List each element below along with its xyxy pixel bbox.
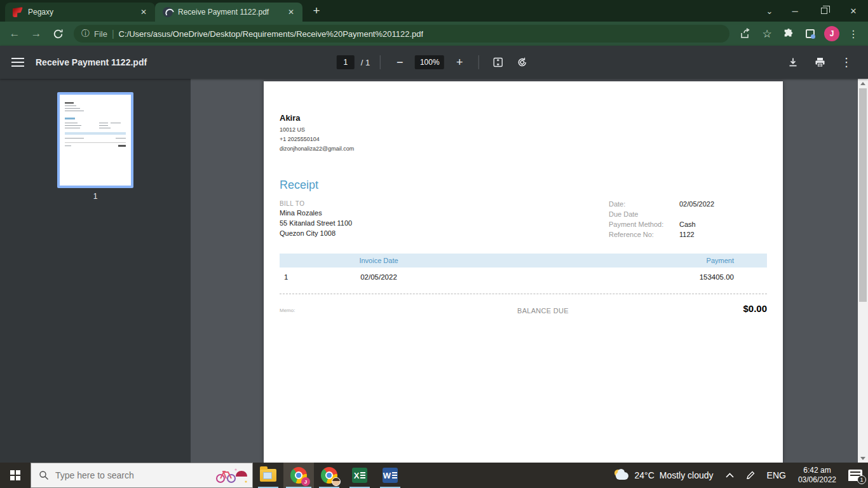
vertical-scrollbar[interactable] xyxy=(858,79,868,463)
business-phone: +1 2025550104 xyxy=(280,136,320,142)
word-icon: W xyxy=(383,468,398,483)
zoom-in-icon[interactable]: + xyxy=(451,53,468,71)
balance-due-label: BALANCE DUE xyxy=(517,307,569,315)
payments-table: Invoice Date Payment 1 02/05/2022 153405… xyxy=(280,254,767,287)
side-panel-icon[interactable] xyxy=(801,24,820,43)
taskbar-chrome-profile-j[interactable]: J xyxy=(283,463,314,488)
print-icon[interactable] xyxy=(811,53,829,71)
memo-label: Memo: xyxy=(280,308,295,313)
extensions-puzzle-icon[interactable] xyxy=(779,24,798,43)
header-invoice-date: Invoice Date xyxy=(309,257,449,264)
url-text: C:/Users/asus/OneDrive/Desktop/Requireme… xyxy=(119,29,424,39)
url-scheme-label: File xyxy=(94,29,107,39)
restore-icon xyxy=(821,8,827,14)
restore-button[interactable] xyxy=(810,0,839,22)
pdf-document-title: Receive Payment 1122.pdf xyxy=(36,57,147,67)
meta-value-payment-method: Cash xyxy=(679,220,696,228)
bicycle-helmet-doodle-icon xyxy=(214,466,247,484)
taskbar-search[interactable] xyxy=(31,463,253,488)
tab-pegaxy[interactable]: Pegaxy ✕ xyxy=(5,3,155,22)
tab-search-chevron-icon[interactable]: ⌄ xyxy=(759,0,780,22)
notification-badge: 1 xyxy=(857,475,866,484)
pdf-favicon-icon xyxy=(163,7,173,17)
thumbnail-page-number: 1 xyxy=(57,192,133,201)
browser-menu-kebab-icon[interactable]: ⋮ xyxy=(844,24,863,43)
tab-title: Pegaxy xyxy=(28,8,133,17)
thumbnail-sidebar: 1 xyxy=(0,79,191,463)
tray-chevron-up-icon[interactable] xyxy=(720,463,740,488)
download-icon[interactable] xyxy=(784,53,802,71)
date-label: 03/06/2022 xyxy=(798,475,836,485)
scroll-down-icon[interactable] xyxy=(858,454,868,463)
profile-photo-badge xyxy=(332,477,341,486)
weather-temperature: 24°C xyxy=(635,470,654,480)
balance-due-value: $0.00 xyxy=(640,303,767,314)
toolbar-divider xyxy=(478,55,479,69)
fit-to-page-icon[interactable] xyxy=(489,53,507,71)
pdf-toolbar: Receive Payment 1122.pdf / 1 − 100% + ⋮ xyxy=(0,46,868,79)
minimize-button[interactable]: ─ xyxy=(780,0,810,22)
taskbar-file-explorer[interactable] xyxy=(253,463,283,488)
tab-receive-payment-pdf[interactable]: Receive Payment 1122.pdf ✕ xyxy=(155,3,302,22)
meta-label-due-date: Due Date xyxy=(609,210,638,218)
receipt-title: Receipt xyxy=(280,179,318,192)
pdf-menu-hamburger-icon[interactable] xyxy=(0,58,36,67)
taskbar-word[interactable]: W xyxy=(375,463,405,488)
pdf-page-zoom-controls: / 1 − 100% + xyxy=(337,53,531,71)
reload-icon[interactable] xyxy=(48,24,67,43)
taskbar-chrome-profile-photo[interactable] xyxy=(314,463,344,488)
tab-title: Receive Payment 1122.pdf xyxy=(178,8,281,17)
search-input[interactable] xyxy=(55,470,208,480)
scroll-up-icon[interactable] xyxy=(858,79,868,88)
taskbar-excel[interactable]: X xyxy=(344,463,375,488)
bookmark-star-icon[interactable]: ☆ xyxy=(757,24,776,43)
page-thumbnail[interactable] xyxy=(57,92,133,188)
dashed-divider xyxy=(280,294,767,294)
chrome-icon: J xyxy=(290,467,307,484)
back-icon[interactable]: ← xyxy=(5,24,24,43)
windows-ink-pen-icon[interactable] xyxy=(740,463,761,488)
windows-taskbar: J X W 24°C Mostly cloudy ENG 6:42 xyxy=(0,463,868,488)
toolbar-divider xyxy=(380,55,381,69)
chrome-icon xyxy=(321,467,337,484)
windows-logo-icon xyxy=(10,470,20,480)
profile-avatar[interactable]: J xyxy=(822,24,841,43)
time-label: 6:42 am xyxy=(803,466,831,475)
zoom-level-box[interactable]: 100% xyxy=(415,55,444,69)
weather-widget[interactable]: 24°C Mostly cloudy xyxy=(607,470,720,481)
business-name: Akira xyxy=(280,113,301,123)
meta-label-payment-method: Payment Method: xyxy=(609,220,663,228)
notification-center[interactable]: 1 xyxy=(843,463,868,488)
bill-to-name: Mina Rozales xyxy=(280,209,322,217)
new-tab-button[interactable]: + xyxy=(309,4,324,18)
start-button[interactable] xyxy=(0,463,31,488)
system-tray: 24°C Mostly cloudy ENG 6:42 am 03/06/202… xyxy=(607,463,868,488)
page-count-label: / 1 xyxy=(361,58,370,67)
close-button[interactable]: ✕ xyxy=(839,0,868,22)
row-number: 1 xyxy=(280,273,309,281)
zoom-out-icon[interactable]: − xyxy=(391,53,409,71)
taskbar-clock[interactable]: 6:42 am 03/06/2022 xyxy=(792,466,843,485)
search-icon xyxy=(39,470,49,480)
meta-value-reference-no: 1122 xyxy=(679,231,695,238)
pdf-menu-kebab-icon[interactable]: ⋮ xyxy=(837,53,855,71)
tab-close-icon[interactable]: ✕ xyxy=(139,7,149,17)
tab-close-icon[interactable]: ✕ xyxy=(286,7,296,17)
address-bar[interactable]: ⓘ File | C:/Users/asus/OneDrive/Desktop/… xyxy=(74,25,729,43)
language-indicator[interactable]: ENG xyxy=(761,463,792,488)
rotate-icon[interactable] xyxy=(513,53,531,71)
toolbar-actions: ☆ J ⋮ xyxy=(736,24,863,43)
business-address: 10012 US xyxy=(280,126,305,133)
bill-to-city: Quezon City 1008 xyxy=(280,229,336,237)
share-icon[interactable] xyxy=(736,24,755,43)
avatar-letter: J xyxy=(824,26,839,41)
bill-to-label: BILL TO xyxy=(280,200,304,207)
table-header-row: Invoice Date Payment xyxy=(280,254,767,268)
meta-label-reference-no: Reference No: xyxy=(609,231,654,238)
forward-icon[interactable]: → xyxy=(27,24,46,43)
page-info-icon[interactable]: ⓘ xyxy=(81,28,90,39)
scrollbar-thumb[interactable] xyxy=(859,88,867,302)
page-number-input[interactable] xyxy=(337,55,355,69)
weather-cloud-icon xyxy=(613,470,630,481)
profile-badge: J xyxy=(301,477,310,486)
